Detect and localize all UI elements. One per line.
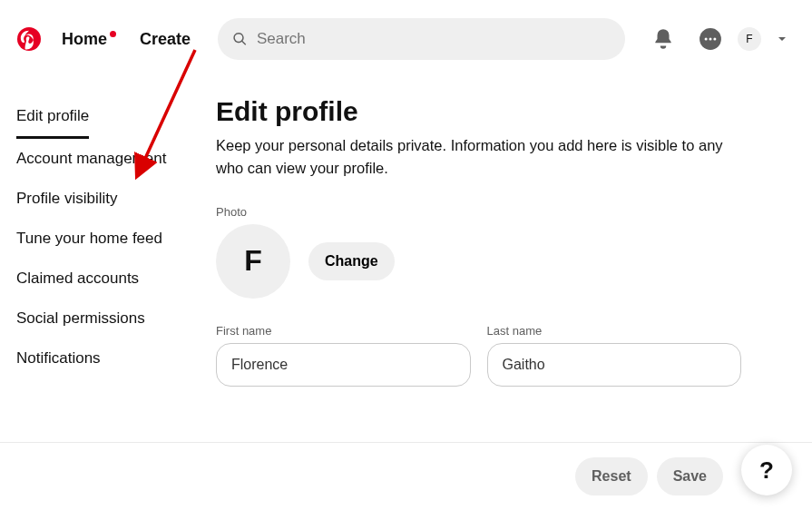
notification-dot-icon xyxy=(110,31,116,37)
chevron-down-icon xyxy=(775,32,789,46)
help-icon: ? xyxy=(759,456,774,485)
first-name-label: First name xyxy=(216,324,471,338)
photo-label: Photo xyxy=(216,205,741,219)
sidebar-item-account-management[interactable]: Account management xyxy=(16,139,166,179)
last-name-group: Last name xyxy=(487,324,742,387)
last-name-input[interactable] xyxy=(487,343,742,387)
nav-home[interactable]: Home xyxy=(49,23,120,56)
header-bar: Home Create F xyxy=(0,0,812,60)
header-avatar-letter: F xyxy=(746,33,752,45)
nav-home-label: Home xyxy=(62,30,107,48)
main-panel: Edit profile Keep your personal details … xyxy=(216,96,796,387)
pinterest-logo[interactable] xyxy=(16,26,42,52)
first-name-input[interactable] xyxy=(216,343,471,387)
pinterest-icon xyxy=(17,27,41,51)
nav-create[interactable]: Create xyxy=(127,23,203,56)
svg-point-3 xyxy=(709,37,711,40)
chat-icon xyxy=(699,27,722,51)
search-icon xyxy=(232,31,248,47)
account-menu-button[interactable] xyxy=(768,19,796,59)
first-name-group: First name xyxy=(216,324,471,387)
last-name-label: Last name xyxy=(487,324,742,338)
sidebar-item-claimed-accounts[interactable]: Claimed accounts xyxy=(16,259,139,299)
nav-create-label: Create xyxy=(140,30,191,48)
page-title: Edit profile xyxy=(216,96,741,127)
sidebar-item-social-permissions[interactable]: Social permissions xyxy=(16,299,145,338)
photo-row: F Change xyxy=(216,224,741,299)
sidebar-item-profile-visibility[interactable]: Profile visibility xyxy=(16,179,117,219)
svg-point-4 xyxy=(713,37,716,40)
messages-button[interactable] xyxy=(690,19,730,59)
footer-bar: Reset Save xyxy=(0,442,812,510)
sidebar-item-tune-home-feed[interactable]: Tune your home feed xyxy=(16,219,162,259)
name-row: First name Last name xyxy=(216,324,741,387)
svg-point-2 xyxy=(705,37,708,40)
reset-button[interactable]: Reset xyxy=(575,457,648,495)
profile-avatar-letter: F xyxy=(244,244,262,278)
help-button[interactable]: ? xyxy=(741,445,792,495)
sidebar-item-edit-profile[interactable]: Edit profile xyxy=(16,96,89,139)
save-button[interactable]: Save xyxy=(657,457,723,495)
search-input[interactable] xyxy=(257,30,611,48)
bell-icon xyxy=(651,27,675,51)
notifications-button[interactable] xyxy=(643,19,683,59)
search-bar[interactable] xyxy=(218,18,625,60)
content-area: Edit profile Account management Profile … xyxy=(0,60,812,387)
change-photo-button[interactable]: Change xyxy=(308,242,395,280)
page-subtitle: Keep your personal details private. Info… xyxy=(216,134,741,180)
sidebar-item-notifications[interactable]: Notifications xyxy=(16,338,101,378)
settings-sidebar: Edit profile Account management Profile … xyxy=(16,96,198,387)
profile-avatar: F xyxy=(216,224,290,299)
header-avatar[interactable]: F xyxy=(738,27,761,51)
